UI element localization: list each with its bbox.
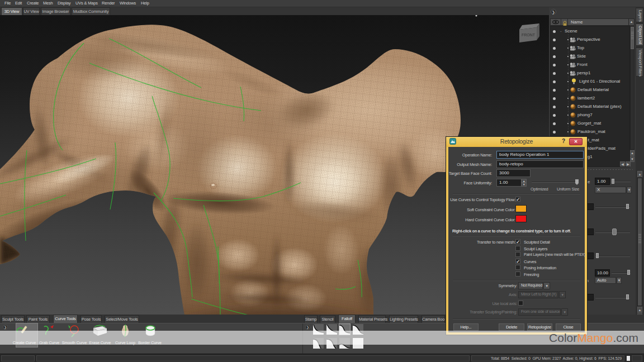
svg-text:FRONT: FRONT: [522, 33, 536, 37]
